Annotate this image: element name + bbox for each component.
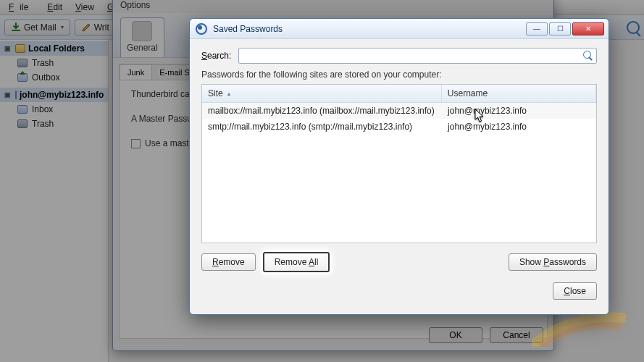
cell-username: john@mybiz123.info (442, 119, 596, 135)
folder-icon (15, 44, 25, 53)
cell-site: mailbox://mail.mybiz123.info (mailbox://… (202, 103, 442, 119)
folder-label: Outbox (32, 72, 60, 83)
mouse-cursor-icon (474, 109, 485, 123)
options-tab-label: General (127, 43, 158, 53)
local-folders-header[interactable]: ▣ Local Folders (0, 41, 108, 56)
ok-button[interactable]: OK (429, 327, 482, 343)
dialog-description: Passwords for the following sites are st… (201, 70, 597, 80)
menu-view[interactable]: View (70, 1, 100, 14)
chevron-down-icon: ▣ (4, 45, 11, 52)
search-label: Search: (201, 51, 231, 61)
show-passwords-button[interactable]: Show Passwords (509, 253, 597, 271)
column-header-username[interactable]: Username (442, 85, 596, 102)
minimize-button[interactable]: — (526, 22, 548, 35)
cancel-button[interactable]: Cancel (490, 327, 543, 343)
dialog-title: Saved Passwords (213, 24, 520, 34)
options-title: Options (113, 0, 553, 13)
outbox-icon (17, 73, 28, 82)
chevron-down-icon: ▣ (4, 91, 11, 98)
close-button[interactable]: ✕ (572, 22, 604, 35)
mail-icon (15, 90, 17, 99)
cell-site: smtp://mail.mybiz123.info (smtp://mail.m… (202, 119, 442, 135)
maximize-button[interactable]: ☐ (549, 22, 571, 35)
checkbox-icon (131, 139, 141, 148)
thunderbird-icon (196, 23, 207, 35)
menu-edit[interactable]: Edit (41, 1, 68, 14)
download-icon (11, 22, 21, 33)
get-mail-label: Get Mail (24, 22, 57, 33)
folder-sidebar: ▣ Local Folders Trash Outbox ▣ john@mybi… (0, 40, 109, 362)
remove-button[interactable]: Remove (201, 253, 256, 271)
search-icon[interactable] (627, 21, 640, 34)
remove-all-button[interactable]: Remove All (263, 252, 330, 272)
passwords-table: Site ▴ Username mailbox://mail.mybiz123.… (201, 84, 597, 243)
trash-icon (17, 59, 28, 67)
close-dialog-button[interactable]: Close (553, 282, 597, 300)
folder-inbox[interactable]: Inbox (0, 102, 108, 117)
write-label: Writ (94, 22, 109, 33)
account-header[interactable]: ▣ john@mybiz123.info (0, 88, 108, 102)
folder-trash-2[interactable]: Trash (0, 117, 108, 131)
column-header-site[interactable]: Site ▴ (202, 85, 442, 102)
search-input[interactable] (242, 50, 583, 62)
checkbox-label: Use a maste (145, 138, 193, 148)
folder-trash[interactable]: Trash (0, 56, 108, 70)
subtab-junk[interactable]: Junk (120, 64, 152, 80)
cell-username: john@mybiz123.info (442, 103, 596, 119)
pencil-icon (81, 22, 91, 33)
write-button[interactable]: Writ (75, 20, 116, 35)
dropdown-caret-icon: ▾ (61, 24, 64, 30)
column-label: Site (208, 88, 223, 98)
column-label: Username (448, 88, 488, 98)
table-row[interactable]: smtp://mail.mybiz123.info (smtp://mail.m… (202, 119, 596, 135)
search-icon (583, 51, 593, 61)
folder-label: Trash (32, 58, 54, 68)
folder-outbox[interactable]: Outbox (0, 70, 108, 85)
options-tab-general[interactable]: General (120, 17, 164, 57)
table-row[interactable]: mailbox://mail.mybiz123.info (mailbox://… (202, 103, 596, 119)
search-input-wrapper (238, 48, 597, 64)
dialog-titlebar[interactable]: Saved Passwords — ☐ ✕ (190, 19, 609, 39)
local-folders-label: Local Folders (28, 43, 85, 54)
inbox-icon (17, 105, 28, 114)
saved-passwords-dialog: Saved Passwords — ☐ ✕ Search: Passwords … (189, 18, 609, 315)
folder-label: Inbox (32, 104, 53, 114)
folder-label: Trash (32, 119, 54, 129)
get-mail-button[interactable]: Get Mail ▾ (4, 20, 70, 35)
trash-icon (17, 119, 28, 128)
sort-asc-icon: ▴ (227, 90, 230, 97)
menu-file[interactable]: File (3, 1, 40, 14)
switch-icon (132, 21, 152, 41)
account-label: john@mybiz123.info (20, 90, 104, 100)
